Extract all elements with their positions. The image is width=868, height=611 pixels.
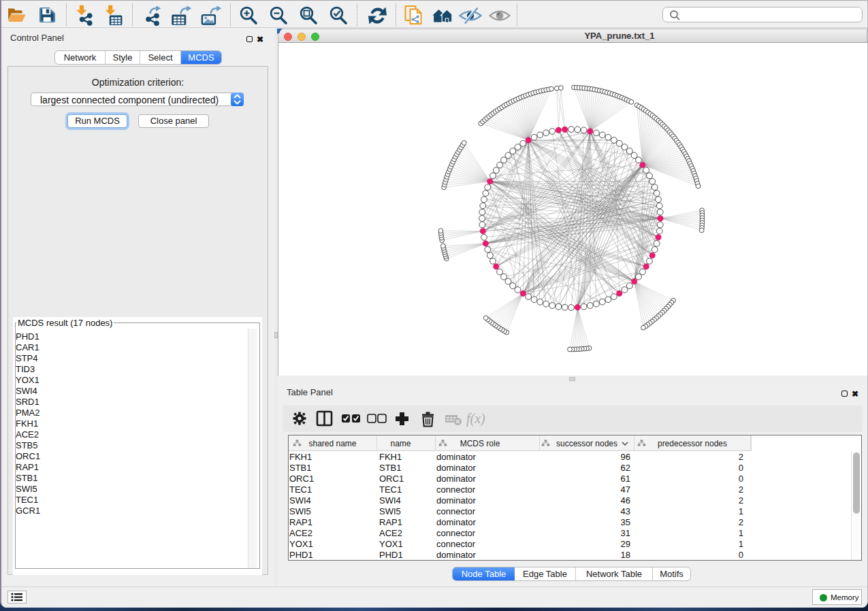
svg-text:f(x): f(x): [466, 411, 485, 427]
